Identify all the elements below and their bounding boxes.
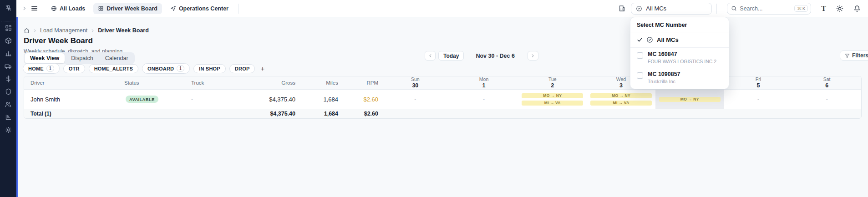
chip-otr[interactable]: OTR (63, 64, 85, 73)
chevron-right-icon[interactable] (22, 6, 27, 11)
chip-home-alerts[interactable]: HOME_ALERTS (89, 64, 138, 73)
mc-option-label: MC 1090857 (648, 71, 680, 78)
view-tabs: Week View Dispatch Calendar (24, 52, 135, 64)
col-header-rpm: RPM (340, 76, 381, 89)
day-cell-fri[interactable]: - (724, 90, 793, 109)
sidebar-item-reports[interactable] (3, 50, 14, 57)
sidebar-item-analytics[interactable] (3, 114, 14, 121)
mc-dropdown-menu: Select MC Number All MCs MC 160847 FOUR … (630, 17, 729, 89)
today-button[interactable]: Today (438, 51, 464, 61)
package-icon (5, 37, 12, 44)
chip-onboard[interactable]: ONBOARD 1 (142, 63, 190, 74)
prev-week-button[interactable] (425, 51, 436, 61)
gear-icon (5, 126, 12, 133)
chevron-right-icon (91, 29, 95, 33)
sidebar-item-safety[interactable] (3, 88, 14, 95)
theme-sun-icon[interactable] (836, 5, 843, 12)
day-cell-wed[interactable]: MO → NY MI → VA (587, 90, 655, 109)
panel-resize-handle[interactable] (16, 17, 18, 197)
chip-in-shop[interactable]: IN SHOP (193, 64, 226, 73)
chip-home[interactable]: HOME 1 (23, 63, 60, 74)
circle-check-icon (646, 36, 653, 43)
notifications-bell-icon[interactable] (853, 5, 861, 12)
tab-week-view[interactable]: Week View (25, 53, 65, 63)
load-chip[interactable]: MO → NY (522, 93, 583, 98)
mc-option-company: Truckzilla Inc (648, 79, 680, 85)
mc-option-1090857[interactable]: MC 1090857 Truckzilla Inc (630, 68, 729, 89)
chip-label: HOME_ALERTS (94, 66, 133, 71)
table-row[interactable]: John Smith AVAILABLE - $4,375.40 1,684 $… (24, 90, 861, 109)
day-cell-thu-today[interactable]: MO → NY (655, 90, 724, 109)
sidebar-item-billing[interactable] (3, 76, 14, 82)
pin-off-icon[interactable] (0, 5, 16, 11)
chip-label: HOME (28, 66, 44, 71)
sidebar-item-drivers[interactable] (3, 101, 14, 108)
board-grid-icon (98, 5, 104, 11)
chip-drop[interactable]: DROP (229, 64, 255, 73)
day-header-tue: Tue 2 (518, 76, 587, 89)
col-header-truck: Truck (177, 76, 220, 89)
mc-selector-button[interactable]: All MCs (631, 3, 712, 15)
total-miles: 1,684 (297, 109, 340, 118)
nav-label: All Loads (60, 5, 85, 12)
checkbox[interactable] (637, 52, 643, 59)
send-icon (170, 5, 176, 11)
date-range-label: Nov 30 - Dec 6 (476, 53, 514, 59)
search-box[interactable]: ⌘ K (727, 3, 811, 15)
nav-driver-week-board[interactable]: Driver Week Board (93, 3, 162, 14)
add-filter-chip-button[interactable]: + (260, 65, 264, 72)
day-cell-sat[interactable]: - (792, 90, 861, 109)
table-total-row: Total (1) $4,375.40 1,684 $2.60 (24, 109, 861, 118)
search-icon (731, 5, 737, 11)
sidebar-item-loads[interactable] (3, 37, 14, 44)
status-badge: AVAILABLE (126, 96, 158, 103)
checkbox[interactable] (637, 72, 643, 79)
load-chip[interactable]: MO → NY (659, 97, 721, 102)
next-week-button[interactable] (528, 51, 538, 61)
col-header-status: Status (124, 76, 177, 89)
day-header-sat: Sat 6 (792, 76, 861, 89)
truck-icon (5, 63, 12, 70)
chip-label: ONBOARD (147, 66, 174, 71)
keyboard-shortcut-badge: ⌘ K (794, 5, 808, 12)
col-header-driver: Driver (24, 76, 124, 89)
topbar-right: All MCs ⌘ K T (619, 3, 861, 15)
menu-icon[interactable] (30, 5, 38, 12)
tab-calendar[interactable]: Calendar (100, 53, 134, 63)
sidebar-nav (0, 25, 16, 133)
load-chip[interactable]: MI → VA (522, 101, 583, 106)
mc-option-160847[interactable]: MC 160847 FOUR WAYS LOGISTICS INC 2 (630, 48, 729, 68)
sidebar-item-dashboard[interactable] (3, 25, 14, 31)
chip-label: OTR (69, 66, 80, 71)
bar-chart-icon (5, 50, 12, 57)
driver-name[interactable]: John Smith (24, 90, 124, 109)
status-filter-chips: HOME 1 OTR HOME_ALERTS ONBOARD 1 IN SHOP… (23, 63, 264, 74)
day-header-fri: Fri 5 (724, 76, 793, 89)
day-cell-tue[interactable]: MO → NY MI → VA (518, 90, 587, 109)
chip-count-badge: 1 (177, 65, 184, 72)
text-size-icon[interactable]: T (821, 5, 826, 12)
mc-option-label: All MCs (657, 36, 679, 43)
shield-icon (5, 88, 12, 95)
mc-option-all[interactable]: All MCs (630, 32, 729, 48)
home-icon[interactable] (24, 28, 30, 34)
nav-operations-center[interactable]: Operations Center (166, 3, 233, 14)
search-input[interactable] (740, 5, 792, 12)
tab-dispatch[interactable]: Dispatch (66, 53, 99, 63)
sidebar-divider (1, 21, 15, 21)
load-chip[interactable]: MI → VA (590, 101, 652, 106)
sidebar-item-trucks[interactable] (3, 63, 14, 70)
sidebar-item-settings[interactable] (3, 126, 14, 133)
filters-button-label: Filters (852, 52, 868, 59)
day-cell-mon[interactable]: - (450, 90, 518, 109)
load-chip[interactable]: MO → NY (590, 93, 652, 98)
page-title: Driver Week Board (24, 36, 93, 45)
total-rpm: $2.60 (340, 109, 381, 118)
nav-all-loads[interactable]: All Loads (46, 3, 90, 14)
rpm-cell: $2.60 (340, 90, 381, 109)
globe-icon (51, 5, 57, 11)
filters-button[interactable]: Filters (840, 51, 868, 61)
day-cell-sun[interactable]: - (381, 90, 450, 109)
breadcrumb-load-management[interactable]: Load Management (40, 27, 87, 34)
building-icon[interactable] (619, 5, 625, 12)
